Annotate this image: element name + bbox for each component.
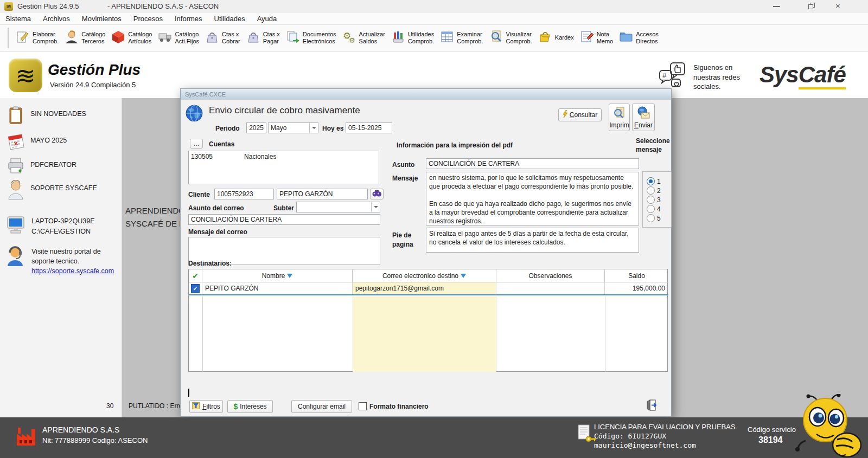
radio-mensaje-5[interactable]: 5 [647,214,661,222]
asunto-correo-input[interactable]: CONCILIACIÓN DE CARTERA [188,214,380,225]
company-name: APRENDIENDO S.A.S [42,425,119,434]
radio-mensaje-4[interactable]: 4 [647,205,661,213]
periodo-year-input[interactable]: 2025 [246,122,266,133]
toolbar-catalogo-actifijos[interactable]: CatálogoActi.Fijos [158,30,199,46]
pdf-pie-label: Pie depagina [392,231,413,249]
cliente-label: Cliente [188,191,210,198]
kardex-icon [538,30,552,46]
toolbar-visualizar-comprob[interactable]: VisualizarComprob. [489,30,532,46]
restore-button[interactable] [808,3,815,11]
globe-icon [185,104,203,125]
hoy-input[interactable]: 05-15-2025 [346,122,392,133]
subter-select[interactable] [296,202,380,212]
pdf-asunto-input[interactable]: CONCILIACIÓN DE CARTERA [426,158,639,169]
company-nit: Nit: 777888999 Codigo: ASECON [42,436,148,444]
cuentas-listbox[interactable]: 130505 Nacionales [188,151,379,184]
toolbar-ctas-pagar[interactable]: Ctas xPagar [246,30,280,46]
pdf-asunto-label: Asunto [392,161,414,169]
col-header-nombre[interactable]: Nombre [202,269,353,282]
enviar-button[interactable]: Enviar [632,104,655,131]
exit-door-icon[interactable] [645,399,657,414]
table-header-row: ✔ Nombre Correo electronico destino Obse… [189,269,668,282]
dialog-title-bar[interactable]: SysCafé.CXCE [181,89,671,100]
radio-mensaje-3[interactable]: 3 [647,196,661,204]
consultar-button[interactable]: Consultar [558,108,602,121]
menu-utilidades[interactable]: Utilidades [214,15,245,23]
toolbar-kardex[interactable]: Kardex [538,30,574,46]
cell-observaciones[interactable] [496,282,605,294]
hoy-label: Hoy es [322,125,343,132]
toolbar-catalogo-terceros[interactable]: CatálogoTerceros [65,30,105,46]
cuentas-browse-button[interactable]: ... [190,139,203,149]
pdf-pie-textarea[interactable]: Si realiza el pago antes de 5 días a par… [426,228,639,253]
sidebar-item-soporte[interactable]: SOPORTE SYSCAFE [7,180,97,203]
toolbar-examinar-comprob[interactable]: ExaminarComprob. [440,30,483,46]
toolbar-utilidades-comprob[interactable]: UtilidadesComprob. [391,30,434,46]
cliente-code-input[interactable]: 1005752923 [214,189,274,199]
cell-nombre[interactable]: PEPITO GARZÓN [202,282,353,294]
sidebar-item-periodo[interactable]: ✕ MAYO 2025 [7,132,67,153]
periodo-month-select[interactable]: Mayo [268,122,318,133]
table-row[interactable]: ✔ PEPITO GARZÓN pepitogarzon1715@gmail.c… [189,282,668,295]
menu-sistema[interactable]: Sistema [5,15,31,23]
sidebar-item-equipo[interactable]: LAPTOP-3P2QU39EC:\CAFE\GESTION [7,215,95,237]
license-code: Código: 6IU127GUX [594,432,666,440]
person-icon [65,30,79,46]
row-checkbox[interactable]: ✔ [189,282,202,294]
purse-icon [205,30,219,46]
factory-icon [15,425,37,450]
toolbar-ctas-cobrar[interactable]: Ctas xCobrar [205,30,240,46]
cuentas-label: Cuentas [209,140,234,148]
sidebar-item-novedades[interactable]: SIN NOVEDADES [7,106,86,127]
menu-movimientos[interactable]: Movimientos [82,15,122,23]
pdf-mensaje-textarea[interactable]: en nuestro sistema, por lo que le solici… [426,172,639,225]
radio-mensaje-2[interactable]: 2 [647,186,661,195]
toolbar-catalogo-articulos[interactable]: CatálogoArtículos [111,30,152,46]
col-header-observaciones[interactable]: Observaciones [496,269,605,282]
lightning-icon [563,110,567,120]
seleccione-mensaje-label: Seleccionemensaje [636,137,670,154]
sidebar-item-impresora[interactable]: PDFCREATOR [7,157,76,178]
cliente-name-input[interactable]: PEPITO GARZÓN [277,189,368,199]
svg-text:#: # [662,72,667,80]
filtros-button[interactable]: Filtros [189,400,223,413]
computer-icon [7,215,26,237]
destinatarios-label: Destinatarios: [188,260,232,267]
menu-procesos[interactable]: Procesos [133,15,163,23]
formato-financiero-checkbox[interactable]: Formato financiero [359,402,429,410]
chevron-down-icon [371,202,380,212]
soporte-link[interactable]: https://soporte.syscafe.com [31,267,114,275]
buscar-cliente-button[interactable] [370,189,384,199]
menu-archivos[interactable]: Archivos [43,15,70,23]
binoculars-icon [372,190,381,198]
menu-ayuda[interactable]: Ayuda [257,15,277,23]
toolbar-accesos-directos[interactable]: AccesosDirectos [619,30,659,46]
col-header-correo[interactable]: Correo electronico destino [353,269,496,282]
close-button[interactable]: × [835,1,840,10]
imprimir-button[interactable]: Imprim [609,104,630,131]
radio-mensaje-1[interactable]: 1 [647,177,661,185]
toolbar-nota-memo[interactable]: NotaMemo [580,30,614,46]
menu-informes[interactable]: Informes [175,15,202,23]
gears-icon: ⚙⚙ [342,30,356,46]
toolbar-elaborar-comprob[interactable]: ElaborarComprob. [16,30,59,46]
brand-version: Versión 24.9 Compilación 5 [50,81,136,89]
toolbar-actualizar-saldos[interactable]: ⚙⚙ ActualizarSaldos [342,30,385,46]
app-logo-icon: ≋ [4,2,13,11]
select-all-check-icon[interactable]: ✔ [189,269,202,282]
col-header-saldo[interactable]: Saldo [605,269,668,282]
configurar-email-button[interactable]: Configurar email [291,400,352,413]
destinatarios-table: ✔ Nombre Correo electronico destino Obse… [188,269,668,372]
red-cube-icon [111,30,125,46]
cell-saldo[interactable]: 195,000.00 [605,282,668,294]
sidebar-item-portal-soporte[interactable]: Visite nuestro portal desoporte tecnico.… [7,246,114,276]
service-code-value: 38194 [758,435,783,445]
intereses-button[interactable]: $ Intereses [227,400,273,413]
folder-icon [619,30,633,46]
checkbox-checked-icon: ✔ [191,284,200,293]
minimize-button[interactable] [773,6,780,7]
print-preview-icon [613,106,626,121]
cell-correo[interactable]: pepitogarzon1715@gmail.com [353,282,496,294]
tools-icon [391,30,405,46]
toolbar-documentos-electronicos[interactable]: DocumentosElectrónicos [286,30,336,46]
